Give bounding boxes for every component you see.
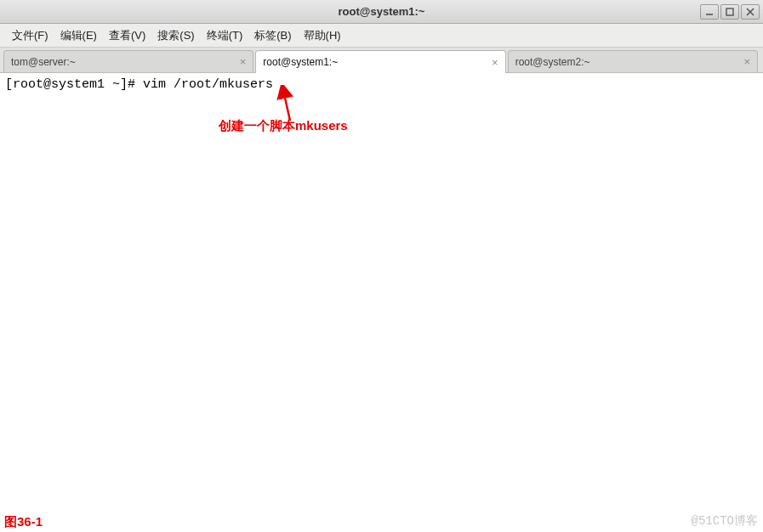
close-icon[interactable]: × [240,55,247,68]
menu-bar: 文件(F) 编辑(E) 查看(V) 搜索(S) 终端(T) 标签(B) 帮助(H… [0,24,763,48]
menu-terminal[interactable]: 终端(T) [202,25,248,46]
tab-bar: tom@server:~ × root@system1:~ × root@sys… [0,48,763,73]
terminal-output[interactable]: [root@system1 ~]# vim /root/mkusers 创建一个… [0,73,763,532]
tab-tom-server[interactable]: tom@server:~ × [3,50,253,72]
close-icon[interactable]: × [743,55,750,68]
menu-file[interactable]: 文件(F) [7,25,54,46]
tab-root-system2[interactable]: root@system2:~ × [508,50,758,72]
annotation-text: 创建一个脚本mkusers [219,118,348,134]
maximize-button[interactable] [720,4,739,20]
tab-label: tom@server:~ [11,56,235,68]
tab-label: root@system2:~ [515,56,739,68]
tab-label: root@system1:~ [263,56,487,68]
menu-help[interactable]: 帮助(H) [299,25,346,46]
svg-rect-1 [726,8,733,15]
figure-label: 图36-1 [4,514,43,530]
close-button[interactable] [741,4,760,20]
close-icon[interactable]: × [492,56,498,69]
title-bar: root@system1:~ [0,0,763,24]
window-title: root@system1:~ [63,5,700,18]
menu-edit[interactable]: 编辑(E) [55,25,102,46]
svg-line-4 [283,90,290,121]
menu-search[interactable]: 搜索(S) [152,25,199,46]
menu-view[interactable]: 查看(V) [104,25,151,46]
menu-tabs[interactable]: 标签(B) [249,25,296,46]
terminal-line: [root@system1 ~]# vim /root/mkusers [5,76,758,93]
tab-root-system1[interactable]: root@system1:~ × [255,50,505,73]
watermark: @51CTO博客 [692,513,758,529]
window-controls [700,4,760,20]
minimize-button[interactable] [700,4,719,20]
